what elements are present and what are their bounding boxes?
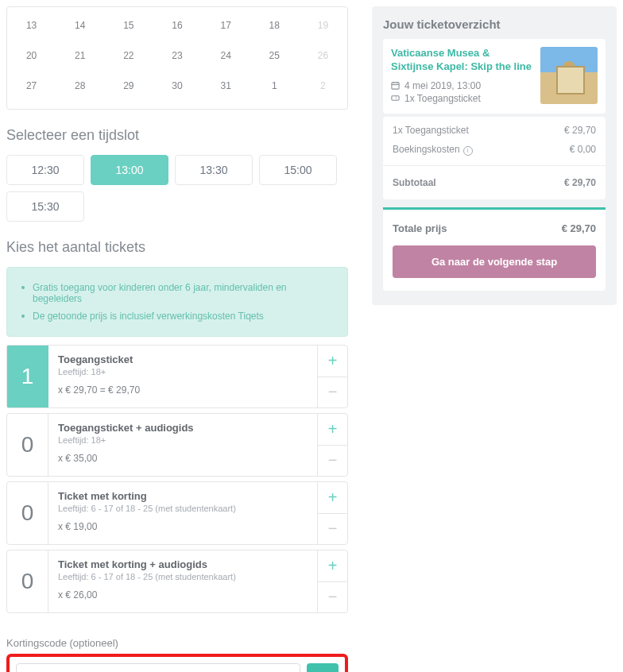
line-label: Boekingskosteni — [393, 144, 473, 156]
product-date: 4 mei 2019, 13:00 — [404, 80, 481, 91]
cart-line-item: Boekingskosteni€ 0,00 — [383, 136, 606, 156]
ticket-minus-button[interactable]: − — [318, 446, 347, 477]
calendar-day[interactable]: 20 — [7, 41, 56, 71]
ticket-icon — [391, 94, 400, 102]
next-step-button[interactable]: Ga naar de volgende stap — [393, 245, 596, 278]
timeslot-button[interactable]: 15:00 — [259, 155, 337, 185]
ticket-body: Ticket met kortingLeeftijd: 6 - 17 of 18… — [48, 482, 317, 544]
ticket-name: Toegangsticket + audiogids — [58, 422, 308, 434]
calendar-day[interactable]: 1 — [250, 71, 299, 101]
ticket-age: Leeftijd: 6 - 17 of 18 - 25 (met student… — [58, 504, 308, 513]
ticket-row: 1ToegangsticketLeeftijd: 18+x € 29,70 = … — [6, 345, 348, 408]
ticket-plus-button[interactable]: + — [318, 414, 347, 446]
cart-total-bar: Totale prijs € 29,70 Ga naar de volgende… — [383, 207, 606, 291]
calendar-icon — [391, 81, 400, 90]
calendar-day[interactable]: 21 — [56, 41, 104, 71]
ticket-name: Ticket met korting — [58, 490, 308, 502]
info-box: Gratis toegang voor kinderen onder 6 jaa… — [6, 267, 348, 337]
info-line: De getoonde prijs is inclusief verwerkin… — [21, 307, 333, 325]
product-title: Vaticaanse Musea & Sixtijnse Kapel: Skip… — [391, 47, 532, 74]
ticket-qty: 1 — [7, 346, 48, 407]
coupon-input[interactable] — [16, 663, 300, 672]
calendar-day[interactable]: 23 — [153, 41, 201, 71]
calendar-day[interactable]: 15 — [104, 10, 153, 41]
ticket-price: x € 19,00 — [58, 521, 308, 532]
subtotal-label: Subtotaal — [393, 177, 436, 188]
total-value: € 29,70 — [562, 222, 596, 234]
calendar-day[interactable]: 29 — [104, 71, 153, 101]
calendar-day[interactable]: 31 — [202, 71, 250, 101]
ticket-row: 0Toegangsticket + audiogidsLeeftijd: 18+… — [6, 413, 348, 477]
line-label: 1x Toegangsticket — [393, 125, 469, 136]
calendar-day[interactable]: 25 — [250, 41, 299, 71]
calendar-day[interactable]: 24 — [202, 41, 250, 71]
calendar-day[interactable]: 30 — [153, 71, 201, 101]
ticket-age: Leeftijd: 6 - 17 of 18 - 25 (met student… — [58, 572, 308, 581]
calendar-day: 2 — [299, 71, 347, 101]
ticket-controls: +− — [317, 550, 347, 612]
ticket-plus-button[interactable]: + — [318, 550, 347, 582]
ticket-plus-button[interactable]: + — [318, 482, 347, 514]
line-value: € 29,70 — [564, 125, 596, 136]
ticket-price: x € 35,00 — [58, 453, 308, 464]
ticket-controls: +− — [317, 346, 347, 407]
info-line: Gratis toegang voor kinderen onder 6 jaa… — [21, 279, 333, 307]
calendar-day[interactable]: 14 — [56, 10, 104, 41]
calendar: 1314151617181920212223242526272829303112 — [6, 6, 348, 110]
ticket-price: x € 29,70 = € 29,70 — [58, 384, 308, 396]
coupon-label: Kortingscode (optioneel) — [6, 637, 348, 649]
ticket-controls: +− — [317, 414, 347, 476]
ticket-controls: +− — [317, 482, 347, 544]
subtotal-value: € 29,70 — [564, 177, 596, 188]
product-qty: 1x Toegangsticket — [404, 93, 481, 104]
calendar-day[interactable]: 18 — [250, 10, 299, 41]
timeslot-heading: Selecteer een tijdslot — [6, 127, 348, 144]
total-label: Totale prijs — [393, 222, 447, 234]
calendar-day[interactable]: 27 — [7, 71, 56, 101]
timeslot-button[interactable]: 15:30 — [6, 191, 84, 222]
timeslot-button[interactable]: 12:30 — [6, 155, 84, 185]
coupon-apply-button[interactable]: + — [307, 663, 339, 672]
timeslot-list: 12:3013:0013:3015:0015:30 — [6, 155, 348, 222]
ticket-minus-button[interactable]: − — [318, 582, 347, 613]
ticket-name: Toegangsticket — [58, 353, 308, 365]
calendar-day[interactable]: 17 — [202, 10, 250, 41]
calendar-day[interactable]: 16 — [153, 10, 201, 41]
svg-rect-0 — [392, 83, 399, 89]
ticket-qty: 0 — [7, 414, 48, 476]
line-value: € 0,00 — [570, 144, 596, 156]
calendar-day[interactable]: 28 — [56, 71, 104, 101]
ticket-body: ToegangsticketLeeftijd: 18+x € 29,70 = €… — [48, 346, 317, 407]
ticket-age: Leeftijd: 18+ — [58, 367, 308, 377]
info-icon[interactable]: i — [463, 146, 473, 156]
cart-lines: 1x Toegangsticket€ 29,70Boekingskosteni€… — [383, 117, 606, 199]
ticket-plus-button[interactable]: + — [318, 346, 347, 377]
ticket-age: Leeftijd: 18+ — [58, 435, 308, 445]
ticket-name: Ticket met korting + audiogids — [58, 558, 308, 570]
coupon-highlight: + — [6, 654, 348, 672]
calendar-day[interactable]: 13 — [7, 10, 56, 41]
ticket-qty: 0 — [7, 550, 48, 612]
ticket-body: Toegangsticket + audiogidsLeeftijd: 18+x… — [48, 414, 317, 476]
ticket-minus-button[interactable]: − — [318, 377, 347, 408]
timeslot-button[interactable]: 13:00 — [91, 155, 168, 185]
ticket-qty: 0 — [7, 482, 48, 544]
cart-title: Jouw ticketoverzicht — [383, 17, 606, 31]
tickets-heading: Kies het aantal tickets — [6, 239, 348, 256]
cart-line-item: 1x Toegangsticket€ 29,70 — [383, 117, 606, 136]
timeslot-button[interactable]: 13:30 — [175, 155, 253, 185]
cart-product: Vaticaanse Musea & Sixtijnse Kapel: Skip… — [383, 39, 606, 114]
ticket-row: 0Ticket met korting + audiogidsLeeftijd:… — [6, 550, 348, 613]
calendar-day: 26 — [299, 41, 347, 71]
svg-rect-4 — [392, 96, 399, 101]
plus-icon: + — [318, 669, 328, 672]
ticket-row: 0Ticket met kortingLeeftijd: 6 - 17 of 1… — [6, 481, 348, 545]
calendar-day: 19 — [299, 10, 347, 41]
ticket-price: x € 26,00 — [58, 589, 308, 601]
cart-panel: Jouw ticketoverzicht Vaticaanse Musea & … — [372, 6, 617, 305]
ticket-minus-button[interactable]: − — [318, 514, 347, 545]
calendar-day[interactable]: 22 — [104, 41, 153, 71]
product-thumbnail — [540, 47, 598, 104]
cart-subtotal-row: Subtotaal € 29,70 — [383, 165, 606, 199]
ticket-body: Ticket met korting + audiogidsLeeftijd: … — [48, 550, 317, 612]
